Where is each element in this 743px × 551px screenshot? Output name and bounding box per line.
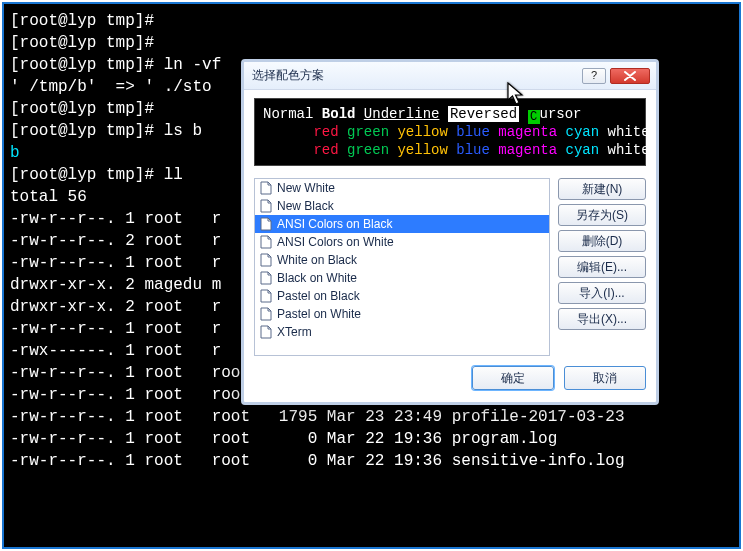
scheme-item[interactable]: ANSI Colors on White <box>255 233 549 251</box>
close-icon <box>624 71 636 81</box>
import-button[interactable]: 导入(I)... <box>558 282 646 304</box>
scheme-item[interactable]: New White <box>255 179 549 197</box>
scheme-file-icon <box>259 325 273 339</box>
scheme-item[interactable]: ANSI Colors on Black <box>255 215 549 233</box>
dialog-side-buttons: 新建(N)另存为(S)删除(D)编辑(E)...导入(I)...导出(X)... <box>558 178 646 356</box>
scheme-item-label: Black on White <box>277 271 357 285</box>
saveas-button[interactable]: 另存为(S) <box>558 204 646 226</box>
scheme-listbox[interactable]: New WhiteNew BlackANSI Colors on BlackAN… <box>254 178 550 356</box>
help-button[interactable]: ? <box>582 68 606 84</box>
scheme-file-icon <box>259 181 273 195</box>
color-preview-panel: Normal Bold Underline Reversed Cursor re… <box>254 98 646 166</box>
export-button[interactable]: 导出(X)... <box>558 308 646 330</box>
scheme-file-icon <box>259 235 273 249</box>
scheme-file-icon <box>259 289 273 303</box>
color-scheme-dialog: 选择配色方案 ? Normal Bold Underline Reversed … <box>241 59 659 405</box>
scheme-item-label: New Black <box>277 199 334 213</box>
scheme-file-icon <box>259 307 273 321</box>
scheme-item-label: Pastel on White <box>277 307 361 321</box>
dialog-footer: 确定 取消 <box>244 362 656 402</box>
scheme-item-label: XTerm <box>277 325 312 339</box>
scheme-item[interactable]: Pastel on Black <box>255 287 549 305</box>
scheme-item-label: ANSI Colors on White <box>277 235 394 249</box>
scheme-file-icon <box>259 199 273 213</box>
delete-button[interactable]: 删除(D) <box>558 230 646 252</box>
scheme-file-icon <box>259 271 273 285</box>
scheme-item-label: ANSI Colors on Black <box>277 217 392 231</box>
close-button[interactable] <box>610 68 650 84</box>
scheme-item[interactable]: White on Black <box>255 251 549 269</box>
edit-button[interactable]: 编辑(E)... <box>558 256 646 278</box>
scheme-item-label: Pastel on Black <box>277 289 360 303</box>
scheme-item[interactable]: XTerm <box>255 323 549 341</box>
scheme-item-label: White on Black <box>277 253 357 267</box>
dialog-titlebar[interactable]: 选择配色方案 ? <box>244 62 656 90</box>
ok-button[interactable]: 确定 <box>472 366 554 390</box>
cancel-button[interactable]: 取消 <box>564 366 646 390</box>
dialog-title: 选择配色方案 <box>252 67 578 84</box>
scheme-item-label: New White <box>277 181 335 195</box>
scheme-file-icon <box>259 253 273 267</box>
new-button[interactable]: 新建(N) <box>558 178 646 200</box>
screenshot-frame: { "terminal": { "prompt": "[root@lyp tmp… <box>2 2 741 549</box>
scheme-item[interactable]: New Black <box>255 197 549 215</box>
scheme-item[interactable]: Pastel on White <box>255 305 549 323</box>
scheme-file-icon <box>259 217 273 231</box>
scheme-item[interactable]: Black on White <box>255 269 549 287</box>
dialog-body: New WhiteNew BlackANSI Colors on BlackAN… <box>244 174 656 362</box>
